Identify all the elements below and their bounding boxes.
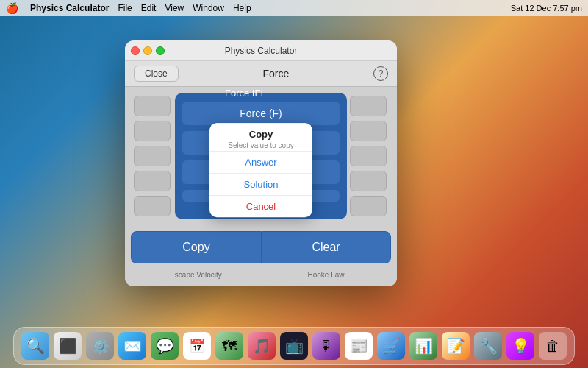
popup-title: Copy bbox=[217, 129, 305, 140]
menu-help[interactable]: Help bbox=[233, 3, 251, 13]
dock-icon-tv[interactable]: 📺 bbox=[280, 332, 308, 360]
footer-escape-velocity: Escape Velocity bbox=[131, 269, 261, 280]
apple-menu-icon[interactable]: 🍎 bbox=[6, 2, 18, 14]
right-side-btn-1[interactable] bbox=[350, 96, 387, 116]
popup-subtitle: Select value to copy bbox=[217, 141, 305, 149]
copy-button[interactable]: Copy bbox=[131, 231, 261, 263]
popup-answer[interactable]: Answer bbox=[209, 151, 312, 173]
menubar-datetime: Sat 12 Dec 7:57 pm bbox=[511, 4, 582, 13]
right-side-btn-5[interactable] bbox=[350, 196, 387, 216]
popup-cancel[interactable]: Cancel bbox=[209, 195, 312, 217]
dock-icon-finder[interactable]: 🔍 bbox=[21, 332, 49, 360]
dock-icon-trash[interactable]: 🗑 bbox=[539, 332, 567, 360]
help-button[interactable]: ? bbox=[373, 66, 388, 81]
dock-icon-appstore[interactable]: 🛒 bbox=[377, 332, 405, 360]
dock: 🔍 ⬛ ⚙️ ✉️ 💬 📅 🗺 🎵 📺 🎙 📰 🛒 📊 📝 🔧 💡 🗑 bbox=[13, 327, 575, 365]
maximize-button[interactable] bbox=[156, 46, 165, 55]
right-side-btn-4[interactable] bbox=[350, 171, 387, 191]
left-side-btn-3[interactable] bbox=[134, 146, 171, 166]
dock-icon-launchpad[interactable]: ⬛ bbox=[54, 332, 82, 360]
main-window: Physics Calculator Close Force ? Force (… bbox=[125, 40, 397, 286]
right-side-btn-2[interactable] bbox=[350, 121, 387, 141]
dock-icon-news[interactable]: 📰 bbox=[345, 332, 373, 360]
menu-view[interactable]: View bbox=[165, 3, 184, 13]
app-name[interactable]: Physics Calculator bbox=[30, 3, 109, 13]
menu-window[interactable]: Window bbox=[193, 3, 224, 13]
left-side-btn-1[interactable] bbox=[134, 96, 171, 116]
dock-icon-settings[interactable]: ⚙️ bbox=[86, 332, 114, 360]
popup-header: Copy Select value to copy bbox=[209, 123, 312, 151]
dock-icon-system[interactable]: 🔧 bbox=[474, 332, 502, 360]
dock-icon-numbers[interactable]: 📊 bbox=[409, 332, 437, 360]
force-ifi-label: Force IFI bbox=[225, 88, 263, 99]
calc-bottom-buttons: Copy Clear bbox=[125, 225, 397, 269]
menu-edit[interactable]: Edit bbox=[141, 3, 157, 13]
minimize-button[interactable] bbox=[143, 46, 152, 55]
dock-icon-mail[interactable]: ✉️ bbox=[118, 332, 146, 360]
dock-icon-maps[interactable]: 🗺 bbox=[215, 332, 243, 360]
dock-icon-messages[interactable]: 💬 bbox=[151, 332, 179, 360]
dock-icon-pages[interactable]: 📝 bbox=[442, 332, 470, 360]
dock-icon-music[interactable]: 🎵 bbox=[248, 332, 276, 360]
calc-title: Force bbox=[262, 68, 289, 79]
close-button[interactable] bbox=[131, 46, 140, 55]
right-side-btn-3[interactable] bbox=[350, 146, 387, 166]
copy-popup: Copy Select value to copy Answer Solutio… bbox=[209, 123, 312, 217]
left-side-btn-2[interactable] bbox=[134, 121, 171, 141]
left-side-btn-5[interactable] bbox=[134, 196, 171, 216]
calc-grid: Force (F) 10 20 Copy Select value to cop… bbox=[125, 87, 397, 225]
calc-topbar: Close Force ? bbox=[125, 61, 397, 87]
dock-icon-calendar[interactable]: 📅 bbox=[183, 332, 211, 360]
popup-solution[interactable]: Solution bbox=[209, 173, 312, 195]
left-side-buttons bbox=[131, 93, 175, 219]
center-area: Force (F) 10 20 Copy Select value to cop… bbox=[175, 93, 347, 219]
left-side-btn-4[interactable] bbox=[134, 171, 171, 191]
window-title: Physics Calculator bbox=[225, 46, 298, 56]
footer-hooke-law: Hooke Law bbox=[261, 269, 391, 280]
menu-file[interactable]: File bbox=[118, 3, 132, 13]
clear-button[interactable]: Clear bbox=[261, 231, 391, 263]
dock-icon-podcasts[interactable]: 🎙 bbox=[312, 332, 340, 360]
menubar: 🍎 Physics Calculator File Edit View Wind… bbox=[0, 0, 588, 16]
calc-footer: Escape Velocity Hooke Law bbox=[125, 269, 397, 286]
dock-icon-siri[interactable]: 💡 bbox=[506, 332, 534, 360]
calc-close-button[interactable]: Close bbox=[134, 66, 179, 82]
right-side-buttons bbox=[347, 93, 391, 219]
force-f-button[interactable]: Force (F) bbox=[182, 102, 340, 125]
titlebar: Physics Calculator bbox=[125, 40, 397, 61]
